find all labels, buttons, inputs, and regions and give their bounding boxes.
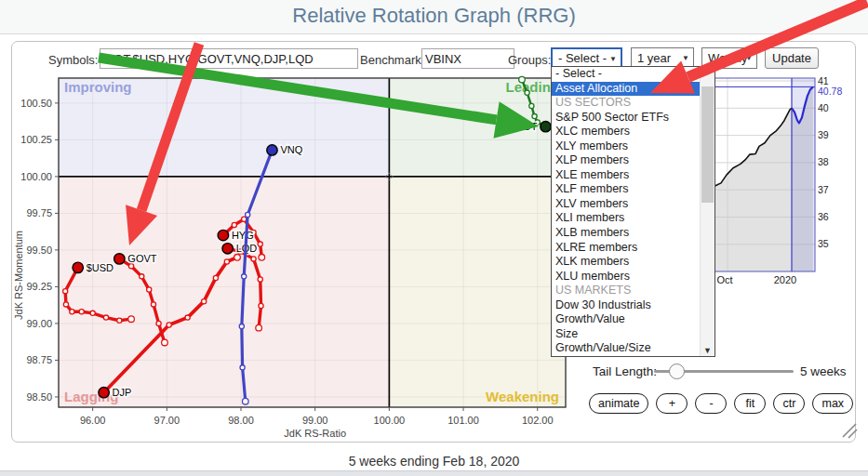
center-button[interactable]: ctr: [773, 393, 805, 414]
max-button[interactable]: max: [812, 393, 853, 414]
dropdown-option-14[interactable]: XLU members: [552, 270, 700, 284]
dropdown-option-15[interactable]: US MARKETS: [552, 284, 700, 298]
fit-button[interactable]: fit: [734, 393, 766, 414]
dropdown-option-0[interactable]: - Select -: [552, 67, 700, 82]
dropdown-option-2[interactable]: US SECTORS: [552, 96, 700, 111]
dropdown-option-6[interactable]: XLP members: [552, 153, 700, 168]
dropdown-option-5[interactable]: XLY members: [552, 139, 700, 154]
symbols-label: Symbols:: [48, 53, 98, 67]
chevron-down-icon: ▼: [609, 55, 617, 63]
chevron-down-icon: ▼: [682, 54, 689, 62]
update-button[interactable]: Update: [765, 47, 819, 69]
dropdown-option-17[interactable]: Growth/Value: [552, 312, 700, 327]
bottom-strip: [0, 470, 868, 476]
dropdown-scrollbar-thumb[interactable]: [701, 86, 714, 203]
dropdown-option-19[interactable]: Growth/Value/Size: [552, 341, 700, 356]
groups-dropdown-list: - Select -Asset AllocationUS SECTORSS&P …: [551, 66, 715, 357]
tail-length-label: Tail Length:: [593, 364, 657, 378]
symbols-input[interactable]: [100, 48, 358, 69]
benchmark-input[interactable]: [421, 48, 514, 69]
dropdown-option-9[interactable]: XLV members: [552, 197, 700, 212]
dropdown-option-12[interactable]: XLRE members: [552, 241, 700, 256]
dropdown-option-3[interactable]: S&P 500 Sector ETFs: [552, 111, 700, 126]
scroll-down-icon[interactable]: ▼: [701, 346, 714, 355]
frequency-select-value: Weekly: [708, 51, 747, 65]
zoom-out-button[interactable]: -: [695, 393, 727, 414]
animate-button[interactable]: animate: [589, 393, 648, 414]
dropdown-option-18[interactable]: Size: [552, 327, 700, 342]
dropdown-option-4[interactable]: XLC members: [552, 125, 700, 139]
dropdown-option-16[interactable]: Dow 30 Industrials: [552, 298, 700, 313]
dropdown-option-10[interactable]: XLI members: [552, 211, 700, 226]
dropdown-option-7[interactable]: XLE members: [552, 168, 700, 183]
chevron-down-icon: ▼: [745, 54, 753, 62]
dropdown-option-1[interactable]: Asset Allocation: [552, 82, 700, 97]
page-title: Relative Rotation Graph (RRG): [0, 4, 868, 28]
dropdown-option-11[interactable]: XLB members: [552, 226, 700, 241]
groups-select-value: - Select -: [558, 51, 607, 65]
dropdown-option-8[interactable]: XLF members: [552, 182, 700, 197]
tail-length-slider-knob[interactable]: [669, 364, 685, 379]
chart-caption: 5 weeks ending Feb 18, 2020: [0, 454, 868, 469]
rrg-panel: [11, 41, 856, 443]
dropdown-option-13[interactable]: XLK members: [552, 255, 700, 270]
benchmark-label: Benchmark:: [360, 53, 424, 67]
tail-length-value: 5 weeks: [800, 364, 847, 378]
groups-label: Groups:: [508, 53, 551, 67]
period-select-value: 1 year: [637, 51, 671, 65]
zoom-in-button[interactable]: +: [656, 393, 688, 414]
dropdown-scrollbar[interactable]: ▼: [700, 67, 714, 356]
